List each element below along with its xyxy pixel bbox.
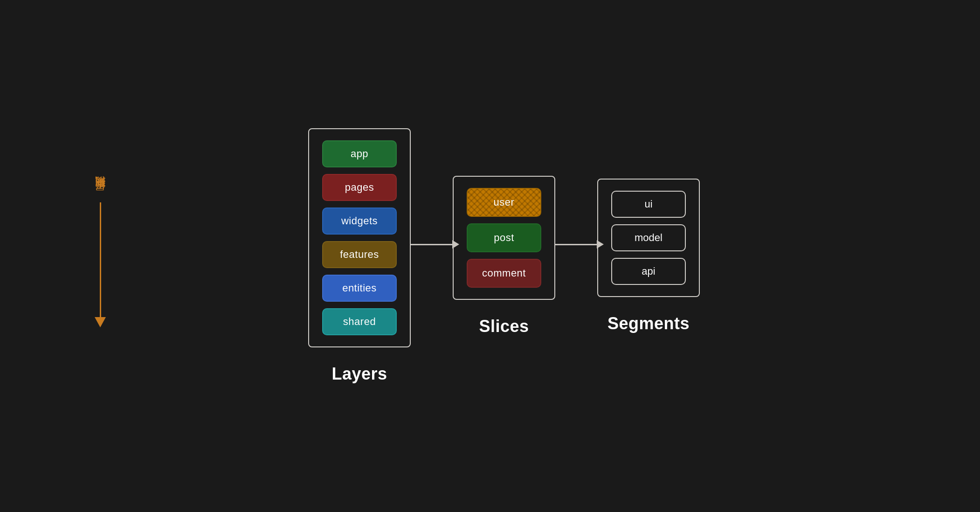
layer-entities: entities [322, 275, 397, 302]
segment-model: model [611, 224, 686, 251]
arrow-label-container: 层级由高到低 [93, 193, 107, 319]
h-arrow-1 [411, 244, 453, 245]
layers-section: app pages widgets features entities shar… [308, 128, 411, 384]
layers-box: app pages widgets features entities shar… [308, 128, 411, 347]
arrow-down-icon [100, 202, 101, 319]
h-arrow-line-2 [555, 244, 597, 245]
slices-section: user post comment Slices [453, 176, 555, 336]
slice-post: post [467, 223, 541, 252]
main-container: 层级由高到低 app pages widgets features entiti… [0, 0, 980, 512]
layer-features: features [322, 241, 397, 268]
segments-section: ui model api Segments [597, 179, 700, 333]
diagrams-row: app pages widgets features entities shar… [308, 128, 700, 384]
segment-ui: ui [611, 191, 686, 218]
slice-comment: comment [467, 259, 541, 288]
slices-label: Slices [479, 317, 529, 336]
h-arrow-line-1 [411, 244, 453, 245]
slices-box: user post comment [453, 176, 555, 300]
h-arrow-2 [555, 244, 597, 245]
layer-shared: shared [322, 308, 397, 335]
layer-widgets: widgets [322, 208, 397, 235]
arrow-connector-2 [555, 244, 597, 269]
arrow-label-text: 层级由高到低 [93, 193, 107, 199]
segments-box: ui model api [597, 179, 700, 297]
arrow-connector-1 [411, 244, 453, 269]
segment-api: api [611, 258, 686, 285]
segments-label: Segments [607, 314, 690, 333]
layer-pages: pages [322, 174, 397, 201]
layer-app: app [322, 140, 397, 167]
slice-user: user [467, 188, 541, 217]
layers-label: Layers [331, 364, 387, 384]
